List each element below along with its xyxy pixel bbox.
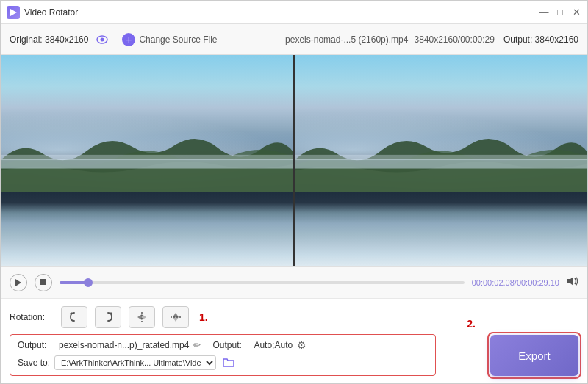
svg-rect-5 [295, 159, 587, 169]
output-file-label: Output: [18, 340, 54, 350]
svg-rect-6 [295, 155, 587, 160]
file-resolution-label: 3840x2160/00:00:29 [414, 35, 494, 45]
svg-rect-3 [1, 159, 293, 169]
bottom-row: Output: pexels-nomad-n...p)_ratated.mp4 … [10, 334, 578, 376]
current-time: 00:00:02.08 [472, 278, 514, 287]
save-path-line: Save to: E:\ArkThinker\ArkThink... Ultim… [18, 355, 428, 371]
progress-bar[interactable] [60, 281, 465, 284]
main-window: Video Rotator — □ ✕ Original: 3840x2160 … [0, 0, 588, 384]
step2-label: 2. [467, 318, 476, 330]
change-source-label: Change Source File [139, 35, 217, 45]
flip-vertical-button[interactable] [162, 306, 189, 328]
flip-horizontal-button[interactable] [129, 306, 155, 328]
toolbar-right: Output: 3840x2160 [503, 35, 578, 45]
stop-button[interactable] [35, 274, 52, 291]
output-resolution-label: Output: 3840x2160 [503, 35, 578, 45]
svg-marker-7 [15, 279, 21, 286]
output-format-value: Auto;Auto [254, 340, 293, 350]
svg-point-2 [101, 37, 104, 41]
output-file-value: pexels-nomad-n...p)_ratated.mp4 [59, 340, 189, 350]
total-time: 00:00:29.10 [517, 278, 559, 287]
maximize-button[interactable]: □ [555, 7, 565, 18]
file-name-label: pexels-nomad-...5 (2160p).mp4 [285, 35, 408, 45]
svg-rect-4 [1, 155, 293, 160]
rotation-label: Rotation: [10, 312, 54, 322]
export-button[interactable]: Export [490, 335, 578, 376]
output-settings-box: Output: pexels-nomad-n...p)_ratated.mp4 … [10, 334, 436, 376]
time-display: 00:00:02.08/00:00:29.10 [472, 278, 559, 287]
mountain-layer-left [1, 128, 293, 192]
original-resolution-label: Original: 3840x2160 [10, 35, 88, 45]
minimize-button[interactable]: — [539, 7, 549, 18]
close-button[interactable]: ✕ [571, 7, 581, 18]
svg-rect-8 [40, 279, 46, 285]
save-to-label: Save to: [18, 358, 50, 368]
rotate-left-button[interactable] [61, 306, 87, 328]
toolbar: Original: 3840x2160 + Change Source File… [1, 24, 587, 55]
window-title: Video Rotator [24, 7, 78, 18]
edit-filename-icon[interactable]: ✏ [193, 340, 201, 350]
preview-area [1, 55, 587, 266]
svg-marker-0 [10, 9, 17, 16]
original-preview-panel [1, 55, 293, 266]
app-icon [7, 6, 20, 19]
save-path-dropdown[interactable]: E:\ArkThinker\ArkThink... Ultimate\Video… [54, 355, 216, 370]
step1-label: 1. [199, 311, 208, 323]
toolbar-center: pexels-nomad-...5 (2160p).mp4 3840x2160/… [285, 35, 495, 45]
title-bar-left: Video Rotator [7, 6, 539, 19]
output-video-frame [295, 55, 587, 266]
title-bar: Video Rotator — □ ✕ [1, 1, 587, 24]
change-source-button[interactable]: + Change Source File [116, 30, 223, 49]
output-preview-panel [293, 55, 587, 266]
output-format-label: Output: [212, 340, 249, 350]
eye-toggle-button[interactable] [94, 32, 110, 48]
mountain-layer-right [295, 128, 587, 192]
play-button[interactable] [10, 274, 27, 291]
progress-thumb [84, 278, 93, 287]
rotation-row: Rotation: [10, 306, 578, 328]
export-section: Export [483, 329, 578, 376]
controls-area: Rotation: [1, 298, 587, 383]
browse-folder-button[interactable] [220, 355, 237, 371]
output-file-line: Output: pexels-nomad-n...p)_ratated.mp4 … [18, 339, 428, 351]
plus-circle-icon: + [122, 33, 135, 46]
settings-gear-icon[interactable]: ⚙ [297, 339, 306, 351]
toolbar-left: Original: 3840x2160 + Change Source File [10, 30, 276, 49]
title-bar-controls: — □ ✕ [539, 7, 581, 18]
volume-button[interactable] [567, 276, 578, 289]
rotate-right-button[interactable] [95, 306, 121, 328]
original-video-frame [1, 55, 293, 266]
playback-bar: 00:00:02.08/00:00:29.10 [1, 266, 587, 298]
